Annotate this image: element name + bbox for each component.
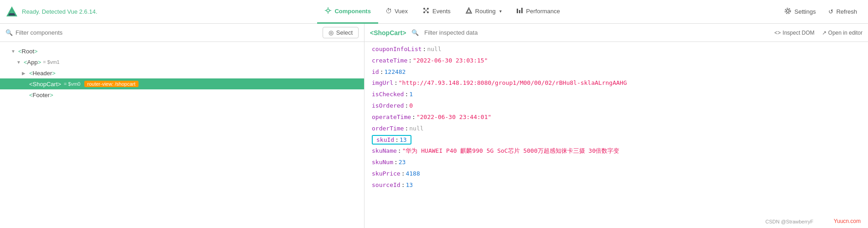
nav-events[interactable]: Events: [415, 0, 458, 24]
data-skuPrice: skuPrice : 4188: [365, 168, 868, 180]
nav-vuex-label: Vuex: [395, 8, 408, 15]
inspect-dom-label: Inspect DOM: [783, 30, 815, 36]
filter-components-input[interactable]: [15, 29, 323, 36]
filter-components-icon: 🔍: [5, 29, 13, 36]
left-panel-header: 🔍 ◎ Select: [0, 24, 365, 41]
nav-routing-label: Routing: [475, 8, 496, 15]
select-target-icon: ◎: [329, 29, 334, 36]
right-panel: couponInfoList : null createTime : "2022…: [365, 42, 868, 228]
tree-item-footer[interactable]: <Footer>: [0, 89, 364, 100]
select-button[interactable]: ◎ Select: [323, 27, 359, 38]
data-createTime: createTime : "2022-06-30 23:03:15": [365, 55, 868, 67]
toggle-header-icon: ▶: [22, 71, 27, 76]
selected-component-tag: <ShopCart>: [370, 29, 406, 36]
events-icon: [422, 7, 430, 16]
tree-item-header[interactable]: ▶ <Header>: [0, 67, 364, 78]
open-editor-icon: ↗: [822, 30, 827, 36]
data-imgUrl: imgUrl : "http://47.93.148.192:8080/grou…: [365, 78, 868, 89]
right-actions: <> Inspect DOM ↗ Open in editor: [775, 30, 863, 36]
data-operateTime: operateTime : "2022-06-30 23:44:01": [365, 112, 868, 123]
data-isOrdered: isOrdered : 0: [365, 100, 868, 112]
right-panel-header: <ShopCart> 🔍 <> Inspect DOM ↗ Open in ed…: [365, 24, 868, 41]
second-row: 🔍 ◎ Select <ShopCart> 🔍 <> Inspect DOM ↗…: [0, 24, 868, 42]
data-skuId: skuId : 13: [365, 134, 868, 145]
select-label: Select: [336, 29, 353, 36]
nav-components-label: Components: [334, 8, 370, 15]
routing-chevron-icon: ▾: [499, 9, 502, 14]
svg-rect-16: [517, 9, 518, 13]
data-skuNum: skuNum : 23: [365, 157, 868, 168]
tree-item-root[interactable]: ▼ <Root>: [0, 46, 364, 57]
data-sourceId: sourceId : 13: [365, 180, 868, 191]
brand-area: Ready. Detected Vue 2.6.14.: [5, 5, 106, 18]
vuex-icon: ⏱: [385, 7, 392, 15]
route-badge: router-view: /shopcart: [84, 81, 139, 87]
left-panel: ▼ <Root> ▼ <App> = $vm1 ▶ <Header> <Shop…: [0, 42, 365, 228]
data-skuName: skuName : "华为 HUAWEI P40 麒麟990 5G SoC芯片 …: [365, 145, 868, 157]
nav-vuex[interactable]: ⏱ Vuex: [378, 0, 415, 24]
performance-icon: [516, 7, 524, 16]
tree-item-app[interactable]: ▼ <App> = $vm1: [0, 57, 364, 67]
svg-point-20: [785, 8, 791, 14]
inspect-dom-icon: <>: [775, 30, 781, 36]
settings-label: Settings: [794, 8, 816, 15]
components-icon: [324, 7, 332, 16]
watermark-text: Yuucn.com: [834, 218, 861, 224]
svg-point-19: [786, 10, 789, 12]
nav-performance-label: Performance: [526, 8, 560, 15]
tree-item-shopcart[interactable]: <ShopCart> = $vm0 router-view: /shopcart: [0, 78, 364, 89]
main-content: ▼ <Root> ▼ <App> = $vm1 ▶ <Header> <Shop…: [0, 42, 868, 228]
svg-rect-17: [519, 10, 520, 13]
nav-events-label: Events: [432, 8, 451, 15]
inspect-dom-button[interactable]: <> Inspect DOM: [775, 30, 815, 36]
refresh-button[interactable]: ↺ Refresh: [823, 5, 863, 18]
status-text: Ready. Detected Vue 2.6.14.: [22, 8, 98, 15]
data-id: id : 122482: [365, 67, 868, 78]
toolbar: Ready. Detected Vue 2.6.14. Components ⏱…: [0, 0, 868, 24]
toggle-app-icon: ▼: [16, 60, 22, 65]
csdn-credit: CSDN @StrawberryF: [765, 219, 813, 224]
settings-icon: [784, 7, 791, 16]
refresh-label: Refresh: [836, 8, 857, 15]
refresh-icon: ↺: [828, 8, 833, 15]
filter-data-input[interactable]: [424, 29, 769, 36]
toggle-root-icon: ▼: [11, 49, 16, 54]
skuId-highlight-box: skuId : 13: [372, 135, 411, 145]
data-couponInfoList: couponInfoList : null: [365, 44, 868, 55]
nav-performance[interactable]: Performance: [509, 0, 567, 24]
settings-button[interactable]: Settings: [779, 5, 821, 19]
svg-point-3: [327, 9, 329, 12]
open-editor-label: Open in editor: [828, 30, 863, 36]
main-nav: Components ⏱ Vuex Events: [106, 0, 779, 24]
toolbar-actions: Settings ↺ Refresh: [779, 5, 863, 19]
data-orderTime: orderTime : null: [365, 123, 868, 135]
filter-data-icon: 🔍: [411, 29, 419, 36]
vue-logo: [5, 5, 18, 18]
nav-components[interactable]: Components: [317, 0, 378, 24]
open-editor-button[interactable]: ↗ Open in editor: [822, 30, 863, 36]
svg-rect-18: [521, 8, 523, 13]
routing-icon: [465, 7, 473, 16]
nav-routing[interactable]: Routing ▾: [458, 0, 509, 24]
data-isChecked: isChecked : 1: [365, 89, 868, 100]
